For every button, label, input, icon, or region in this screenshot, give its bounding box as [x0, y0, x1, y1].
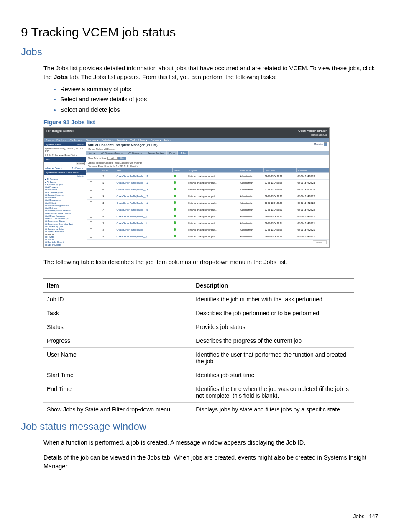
cell-status — [172, 186, 187, 193]
row-checkbox[interactable] — [87, 186, 100, 193]
maximize-icon[interactable] — [324, 142, 327, 146]
column-header[interactable]: Task — [115, 168, 172, 173]
intro-bold: Jobs — [54, 74, 68, 80]
tool-search-link[interactable]: Tool Search... — [72, 167, 84, 170]
search-button[interactable]: Search — [76, 162, 85, 165]
tab-vc-domain-groups[interactable]: VC Domain Groups — [98, 151, 125, 155]
cell-task[interactable]: Create Server Profile [Profile__13] — [115, 186, 172, 193]
customize-link[interactable]: Customize — [77, 143, 84, 146]
cell-start: 02-06-13 04:20:21 — [264, 206, 297, 213]
row-checkbox[interactable] — [87, 180, 100, 186]
section-jobs-heading: Jobs — [21, 46, 378, 58]
cell-user: Administrator — [239, 226, 264, 233]
cell-user: Administrator — [239, 186, 264, 193]
cell-task[interactable]: Create Server Profile [Profile__7] — [115, 226, 172, 233]
tab-server-profiles[interactable]: Server Profiles — [145, 151, 167, 155]
cell-end: 02-06-13 04:20:22 — [296, 213, 329, 220]
cell-job-id: 20 — [100, 186, 115, 193]
status-complete-icon — [174, 235, 176, 237]
desc-description: Describes the progress of the current jo… — [192, 334, 354, 347]
cell-end: 02-06-13 04:20:23 — [296, 173, 329, 180]
desc-description: Identifies the job number with the task … — [192, 292, 354, 306]
desc-row: Start TimeIdentifies job start time — [43, 368, 354, 382]
desc-item: Show Jobs by State and Filter drop-down … — [43, 402, 192, 416]
tree-item[interactable]: ⊞ Sign In Events — [45, 244, 86, 246]
nav-tree[interactable]: ▸ All Systems▸ All Events ▾ Systems by T… — [44, 177, 86, 247]
row-checkbox[interactable] — [87, 193, 100, 200]
row-checkbox[interactable] — [87, 226, 100, 233]
row-checkbox[interactable] — [87, 173, 100, 180]
cell-task[interactable]: Create Server Profile [Profile__9] — [115, 220, 172, 226]
user-links[interactable]: Home | Sign Out — [311, 134, 327, 136]
table-row: 19Create Server Profile [Profile__12]Fin… — [87, 193, 329, 200]
row-checkbox[interactable] — [87, 206, 100, 213]
column-header[interactable] — [87, 168, 100, 173]
cell-status — [172, 173, 187, 180]
cell-status — [172, 226, 187, 233]
cell-task[interactable]: Create Server Profile [Profile__10] — [115, 206, 172, 213]
column-header[interactable]: Start Time — [264, 168, 297, 173]
column-header[interactable]: User Name — [239, 168, 264, 173]
desc-description: Displays jobs by state and filters jobs … — [192, 402, 354, 416]
cell-task[interactable]: Create Server Profile [Profile__11] — [115, 180, 172, 186]
desc-item: Job ID — [43, 292, 192, 306]
cell-job-id: 19 — [100, 193, 115, 200]
app-title: HP Insight Control — [46, 129, 74, 136]
cell-job-id: 16 — [100, 213, 115, 220]
cell-start: 02-06-13 04:20:20 — [264, 233, 297, 240]
show-jobs-label: Show Jobs by State: — [88, 157, 107, 159]
column-header[interactable]: Job ID — [100, 168, 115, 173]
search-header: Search — [45, 158, 53, 161]
cell-user: Administrator — [239, 220, 264, 226]
description-table: Item Description Job IDIdentifies the jo… — [43, 278, 354, 416]
cell-status — [172, 206, 187, 213]
row-checkbox[interactable] — [87, 200, 100, 206]
tab-jobs[interactable]: Jobs — [178, 151, 189, 155]
cell-end: 02-06-13 04:20:22 — [296, 200, 329, 206]
desc-row: Job IDIdentifies the job number with the… — [43, 292, 354, 306]
cell-task[interactable]: Create Server Profile [Profile__13] — [115, 173, 172, 180]
cell-status — [172, 220, 187, 226]
cell-task[interactable]: Create Server Profile [Profile__5] — [115, 233, 172, 240]
cell-task[interactable]: Create Server Profile [Profile__11] — [115, 200, 172, 206]
delete-button[interactable]: Delete... — [313, 240, 327, 244]
paging-text[interactable]: Displaying Page 1 (results 1-10 of 22): … — [86, 164, 329, 168]
cell-task[interactable]: Create Server Profile [Profile__9] — [115, 213, 172, 220]
row-checkbox[interactable] — [87, 220, 100, 226]
filter-button[interactable]: Filter — [118, 157, 126, 160]
menu-bar[interactable]: Tools ▾ Deploy ▾ Configure ▾ Diagnose ▾ … — [44, 138, 329, 142]
cell-user: Administrator — [239, 206, 264, 213]
customize-link-2[interactable]: Customize — [77, 175, 84, 177]
column-header[interactable]: Progress — [187, 168, 239, 173]
page-footer: Jobs 147 — [353, 513, 378, 519]
column-header[interactable]: End Time — [296, 168, 329, 173]
tab-bays[interactable]: Bays — [167, 151, 178, 155]
jobs-table: Job IDTaskStatusProgressUser NameStart T… — [86, 168, 329, 240]
cell-job-id: 17 — [100, 206, 115, 213]
cell-task[interactable]: Create Server Profile [Profile__12] — [115, 193, 172, 200]
cell-user: Administrator — [239, 193, 264, 200]
cell-user: Administrator — [239, 233, 264, 240]
desc-item: End Time — [43, 382, 192, 402]
panel-subtitle: Manage Multiple VC Domains — [86, 148, 329, 151]
maximize-link[interactable]: Maximize — [314, 143, 323, 145]
cell-job-id: 21 — [100, 180, 115, 186]
figure-caption: Figure 91 Jobs list — [43, 119, 378, 126]
updated-text: Updated: Wednesday, 2/6/2013, 4:42 AM PS… — [44, 146, 86, 153]
desc-description: Provides job status — [192, 320, 354, 334]
desc-row: ProgressDescribes the progress of the cu… — [43, 334, 354, 347]
cell-start: 02-06-13 04:20:22 — [264, 200, 297, 206]
cell-status — [172, 233, 187, 240]
column-header[interactable]: Status — [172, 168, 187, 173]
advanced-search-link[interactable]: Advanced Search... — [45, 167, 64, 170]
row-checkbox[interactable] — [87, 213, 100, 220]
user-info: User: Administrator — [298, 129, 327, 133]
status-paragraph-1: When a function is performed, a job is c… — [43, 438, 378, 447]
cell-status — [172, 200, 187, 206]
cell-end: 02-06-13 04:20:21 — [296, 220, 329, 226]
row-checkbox[interactable] — [87, 233, 100, 240]
tab-home[interactable]: Home — [86, 151, 98, 155]
tab-vc-domains[interactable]: VC Domains — [125, 151, 145, 155]
state-select[interactable]: All — [107, 157, 118, 160]
cell-progress: Finished creating server profi... — [187, 220, 239, 226]
